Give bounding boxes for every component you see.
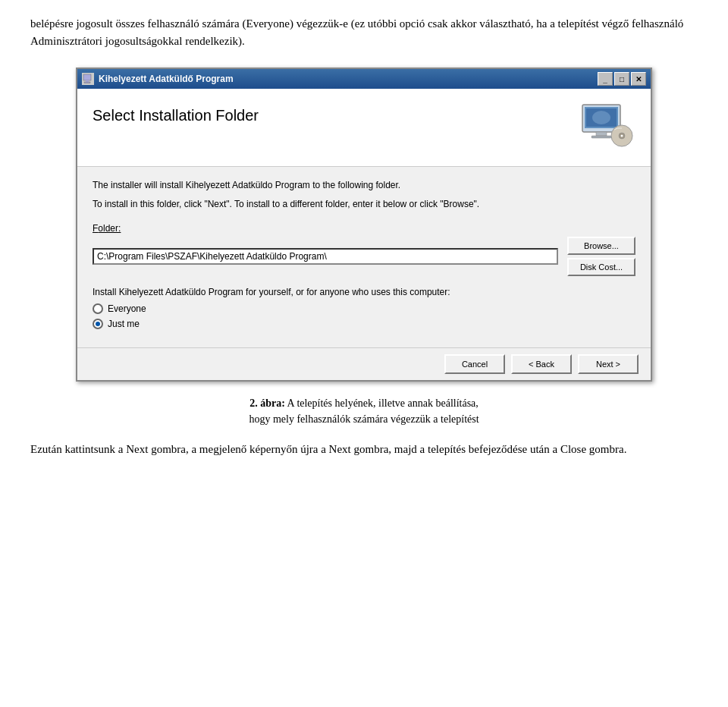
- browse-button[interactable]: Browse...: [567, 237, 635, 255]
- caption-line2: hogy mely felhasználók számára végezzük …: [249, 413, 479, 425]
- browse-col: Browse... Disk Cost...: [567, 237, 635, 276]
- caption-bold: 2. ábra:: [249, 397, 285, 409]
- folder-section: Folder: Browse... Disk Cost...: [93, 223, 635, 276]
- caption-text-span: A telepítés helyének, illetve annak beál…: [285, 397, 479, 409]
- bottom-paragraph: Ezután kattintsunk a Next gombra, a megj…: [30, 441, 698, 458]
- dialog-header-title: Select Installation Folder: [93, 107, 259, 124]
- dialog-header: Select Installation Folder: [77, 89, 651, 167]
- install-for-section: Install Kihelyezett Adatküldo Program fo…: [93, 287, 635, 329]
- radio-everyone-item: Everyone: [93, 303, 635, 314]
- svg-rect-8: [592, 136, 611, 138]
- radio-justme-circle[interactable]: [93, 319, 103, 329]
- next-button[interactable]: Next >: [578, 354, 639, 374]
- back-button[interactable]: < Back: [511, 354, 572, 374]
- diskcost-button[interactable]: Disk Cost...: [567, 258, 635, 276]
- minimize-button[interactable]: _: [598, 72, 613, 86]
- svg-point-6: [592, 111, 610, 124]
- close-button[interactable]: ✕: [631, 72, 646, 86]
- svg-rect-0: [83, 74, 91, 80]
- radio-everyone-circle[interactable]: [93, 303, 103, 314]
- folder-label-rest: older:: [98, 223, 121, 234]
- titlebar-buttons: _ □ ✕: [598, 72, 646, 86]
- folder-label: Folder:: [93, 223, 635, 234]
- titlebar-left: Kihelyezett Adatküldő Program: [82, 73, 234, 85]
- install-for-label: Install Kihelyezett Adatküldo Program fo…: [93, 287, 635, 297]
- dialog-content: The installer will install Kihelyezett A…: [77, 167, 651, 347]
- intro-paragraph: belépésre jogosult összes felhasználó sz…: [30, 15, 698, 49]
- dialog-wrapper: Kihelyezett Adatküldő Program _ □ ✕ Sele…: [30, 68, 698, 382]
- info-line1: The installer will install Kihelyezett A…: [93, 179, 635, 192]
- caption: 2. ábra: A telepítés helyének, illetve a…: [30, 395, 698, 427]
- dialog-title: Kihelyezett Adatküldő Program: [99, 74, 234, 84]
- computer-icon: [575, 101, 635, 154]
- info-line2: To install in this folder, click "Next".…: [93, 198, 635, 211]
- folder-row: Browse... Disk Cost...: [93, 237, 635, 276]
- dialog-footer: Cancel < Back Next >: [77, 347, 651, 380]
- svg-rect-1: [86, 80, 89, 82]
- dialog-titlebar: Kihelyezett Adatküldő Program _ □ ✕: [77, 69, 651, 89]
- folder-input[interactable]: [93, 248, 558, 265]
- radio-group: Everyone Just me: [93, 303, 635, 329]
- svg-point-11: [621, 135, 623, 137]
- installer-dialog: Kihelyezett Adatküldő Program _ □ ✕ Sele…: [76, 68, 652, 382]
- cancel-button[interactable]: Cancel: [444, 354, 505, 374]
- radio-everyone-label: Everyone: [108, 303, 146, 314]
- dialog-app-icon: [82, 73, 94, 85]
- svg-rect-2: [84, 82, 90, 83]
- radio-justme-item: Just me: [93, 319, 635, 329]
- radio-justme-label: Just me: [108, 319, 140, 329]
- svg-rect-7: [596, 132, 607, 136]
- maximize-button[interactable]: □: [614, 72, 629, 86]
